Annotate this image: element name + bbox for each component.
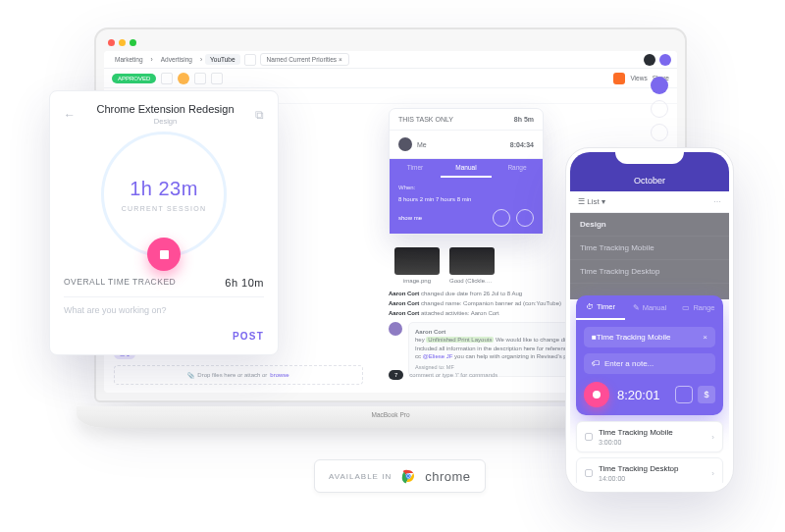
breadcrumb-item-active[interactable]: YouTube	[205, 54, 240, 65]
rail-button[interactable]	[651, 100, 668, 118]
paperclip-icon: 📎	[187, 372, 194, 379]
timer-sheet: ⏱Timer ✎Manual ▭Range ■ Time Tracking Mo…	[576, 295, 723, 415]
assignee-avatar[interactable]	[178, 73, 189, 84]
stop-timer-button[interactable]	[147, 238, 181, 271]
chevron-right-icon: ›	[711, 469, 714, 478]
search-button[interactable]	[644, 54, 655, 66]
checkbox[interactable]	[585, 433, 593, 441]
rail-record-button[interactable]	[651, 77, 668, 94]
close-icon[interactable]: ×	[703, 333, 707, 342]
badge-label: AVAILABLE IN	[329, 472, 392, 481]
gitlab-icon[interactable]	[613, 73, 625, 84]
entry-name: Time Tracking Mobile	[599, 428, 706, 437]
tab-range[interactable]: ▭Range	[674, 295, 723, 320]
time-tracker-popover: THIS TASK ONLY 8h 5m Me 8:04:34 Timer Ma…	[389, 108, 544, 235]
attachment-name: image.png	[394, 278, 440, 284]
phone-notch	[615, 148, 684, 164]
notifications-button[interactable]	[659, 54, 671, 66]
tab-timer[interactable]: ⏱Timer	[576, 295, 625, 320]
phone-view-bar: ☰ List ▾ ⋯	[570, 191, 729, 213]
filter-chip[interactable]: Named Current Priorities ×	[260, 53, 349, 66]
checkbox[interactable]	[585, 469, 593, 477]
attachment-dropzone[interactable]: 📎 Drop files here or attach or browse	[114, 365, 363, 385]
attachment-name: Good (Clickle.com…	[449, 278, 495, 284]
dropzone-text: Drop files here or attach or	[197, 372, 267, 378]
browse-link[interactable]: browse	[270, 372, 288, 378]
tab-timer[interactable]: Timer	[390, 159, 441, 178]
overall-value: 6h 10m	[225, 277, 264, 289]
tag-icon: 🏷	[592, 359, 600, 368]
running-timer: 8:20:01	[617, 388, 659, 402]
rail-button[interactable]	[651, 124, 668, 141]
sheet-tabs: ⏱Timer ✎Manual ▭Range	[576, 295, 723, 320]
open-external-icon[interactable]: ⧉	[255, 108, 264, 122]
time-range-input[interactable]: 8 hours 2 min 7 hours 8 min	[398, 196, 534, 202]
group-header[interactable]: Design	[570, 213, 729, 237]
maximize-icon[interactable]	[130, 39, 136, 46]
record-icon	[593, 391, 601, 399]
comment-count-badge[interactable]: 7	[389, 370, 403, 380]
mention[interactable]: @Eliese JF	[423, 353, 453, 359]
breadcrumb-item[interactable]: Marketing	[110, 54, 148, 65]
tab-range[interactable]: Range	[492, 159, 543, 178]
reset-button[interactable]	[493, 209, 510, 227]
show-me-link[interactable]: show me	[398, 215, 422, 221]
list-item[interactable]: Time Tracking Mobile	[570, 237, 729, 260]
macos-window-controls[interactable]	[108, 39, 136, 46]
breadcrumb[interactable]: Marketing › Advertising › YouTube	[110, 54, 240, 65]
record-button[interactable]	[584, 382, 609, 407]
tab-manual[interactable]: Manual	[441, 159, 492, 178]
view-selector[interactable]: ☰ List ▾	[578, 197, 605, 206]
list-item[interactable]: Time Tracking Desktop	[570, 260, 729, 284]
session-label: CURRENT SESSION	[122, 205, 207, 212]
badge-name: chrome	[425, 469, 470, 484]
back-button[interactable]: ←	[64, 108, 76, 122]
close-icon[interactable]: ×	[339, 56, 342, 63]
chrome-store-badge[interactable]: AVAILABLE IN chrome	[314, 459, 486, 493]
reset-button[interactable]	[675, 386, 693, 403]
chevron-right-icon: ›	[200, 56, 202, 63]
popover-scope-label: THIS TASK ONLY	[398, 116, 453, 123]
priority-button[interactable]	[194, 73, 206, 84]
attachment-thumb[interactable]: Good (Clickle.com…	[449, 247, 495, 284]
widget-title: Chrome Extension Redesign	[83, 103, 247, 115]
avatar	[389, 322, 402, 336]
phone-dimmed-list: Design Time Tracking Mobile Time Trackin…	[570, 213, 729, 299]
post-button[interactable]: POST	[64, 331, 264, 342]
when-label: When:	[398, 185, 415, 190]
note-input[interactable]: 🏷 Enter a note...	[584, 353, 715, 374]
more-button[interactable]	[211, 73, 223, 84]
chrome-icon	[399, 467, 417, 485]
entry-time: 14:00:00	[599, 475, 706, 482]
popover-user: Me	[417, 141, 505, 148]
chevron-right-icon: ›	[151, 56, 153, 63]
task-toolbar: APPROVED Views Share	[104, 69, 677, 88]
phone-title[interactable]: October	[634, 176, 665, 186]
time-entry[interactable]: Time Tracking Mobile 3:00:00 ›	[576, 421, 723, 452]
chevron-right-icon: ›	[711, 433, 714, 442]
attachment-thumb[interactable]: image.png	[394, 247, 440, 284]
filter-icon[interactable]: ⋯	[713, 197, 721, 206]
note-placeholder: Enter a note...	[604, 359, 654, 368]
popover-user-time: 8:04:34	[510, 141, 534, 148]
popover-tabs: Timer Manual Range	[390, 159, 543, 178]
status-pill[interactable]: APPROVED	[112, 74, 156, 83]
close-icon[interactable]	[108, 39, 115, 46]
next-status-button[interactable]	[161, 73, 173, 84]
note-input[interactable]: What are you working on?	[64, 296, 264, 315]
billable-button[interactable]: $	[698, 386, 715, 403]
laptop-model-label: MacBook Pro	[371, 411, 409, 418]
time-entry[interactable]: Time Tracking Desktop 14:00:00 ›	[576, 457, 723, 488]
tab-manual[interactable]: ✎Manual	[625, 295, 674, 320]
breadcrumb-item[interactable]: Advertising	[156, 54, 197, 65]
save-button[interactable]	[516, 209, 534, 227]
highlight-chip[interactable]: Unfinished Print Layouts	[426, 337, 494, 343]
phone-mockup: October ☰ List ▾ ⋯ Design Time Tracking …	[565, 147, 734, 493]
add-tab-button[interactable]	[244, 54, 256, 66]
selected-task-chip[interactable]: ■ Time Tracking Mobile ×	[584, 327, 715, 347]
filter-chip-label: Named Current Priorities	[267, 56, 338, 63]
minimize-icon[interactable]	[119, 39, 126, 46]
svg-point-3	[407, 475, 409, 477]
chrome-extension-widget: ← Chrome Extension Redesign Design ⧉ 1h …	[49, 90, 279, 355]
widget-subtitle: Design	[83, 117, 247, 126]
